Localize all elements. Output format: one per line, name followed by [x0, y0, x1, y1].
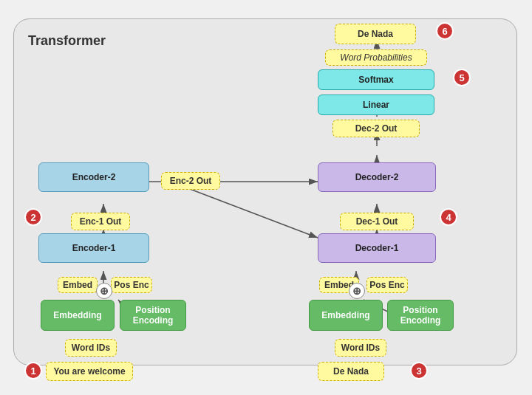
wordids-enc-box: Word IDs — [65, 339, 117, 357]
badge-3: 3 — [410, 362, 428, 379]
badge-6: 6 — [436, 22, 454, 40]
embed-label-enc: Embed — [58, 277, 98, 293]
word-probs-box: Word Probabilities — [325, 49, 427, 66]
posenc-dec-box: Position Encoding — [387, 300, 454, 331]
dec1out-box: Dec-1 Out — [340, 213, 414, 230]
wordids-dec-box: Word IDs — [335, 339, 386, 357]
input-enc-box: You are welcome — [46, 362, 133, 381]
decoder-plus-circle: ⊕ — [349, 283, 365, 299]
canvas: Transformer — [0, 0, 532, 395]
posenc-label-dec: Pos Enc — [366, 277, 408, 293]
badge-5: 5 — [453, 69, 471, 86]
badge-1: 1 — [24, 362, 42, 379]
output-box: De Nada — [335, 24, 416, 44]
badge-2: 2 — [24, 208, 42, 226]
encoder2-box: Encoder-2 — [38, 162, 149, 192]
embedding-dec-box: Embedding — [309, 300, 383, 331]
transformer-label: Transformer — [28, 33, 106, 49]
posenc-enc-box: Position Encoding — [120, 300, 186, 331]
enc2out-box: Enc-2 Out — [161, 172, 220, 190]
enc1out-box: Enc-1 Out — [71, 213, 130, 230]
embedding-enc-box: Embedding — [41, 300, 115, 331]
badge-4: 4 — [440, 208, 457, 226]
decoder2-box: Decoder-2 — [318, 162, 436, 192]
softmax-box: Softmax — [318, 69, 434, 90]
encoder-plus-circle: ⊕ — [96, 283, 112, 299]
decoder1-box: Decoder-1 — [318, 233, 436, 263]
posenc-label-enc: Pos Enc — [111, 277, 152, 293]
linear-box: Linear — [318, 95, 434, 115]
dec2out-box: Dec-2 Out — [332, 120, 420, 137]
encoder1-box: Encoder-1 — [38, 233, 149, 263]
input-dec-box: De Nada — [318, 362, 384, 381]
